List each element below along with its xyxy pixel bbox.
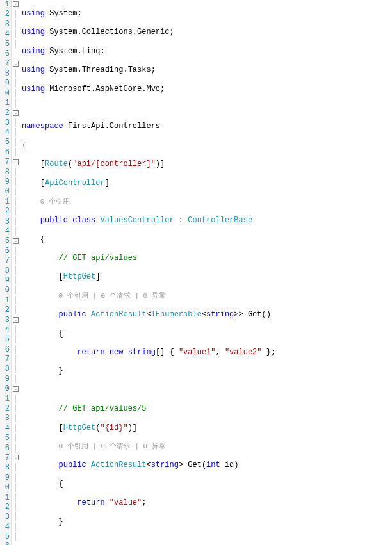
codelens-line[interactable]: 0 个引用 | 0 个请求 | 0 异常 [22,291,392,301]
fold-toggle-icon[interactable]: - [13,1,19,7]
code-line[interactable]: { [22,235,392,245]
line-number-gutter: 1 2 3 4 5 6 7 8 9 0 1 2 3 4 5 6 7 8 9 0 … [0,0,12,545]
codelens-line[interactable]: 0 个引用 | 0 个请求 | 0 异常 [22,442,392,451]
code-line[interactable]: using System.Threading.Tasks; [22,65,392,75]
code-line[interactable] [22,103,392,113]
code-line[interactable]: return new string[] { "value1", "value2"… [22,348,392,357]
code-line[interactable]: { [22,141,392,150]
code-line[interactable]: // GET api/values [22,254,392,263]
fold-gutter: - │ │ │ │ - │ │ │ │ - │ │ │ │ - │ │ │ │ … [12,0,20,545]
code-line[interactable]: using System.Collections.Generic; [22,28,392,37]
fold-toggle-icon[interactable]: - [13,159,19,165]
code-line[interactable]: [ApiController] [22,179,392,188]
code-line[interactable]: { [22,329,392,339]
fold-toggle-icon[interactable]: - [13,455,19,460]
code-line[interactable]: using Microsoft.AspNetCore.Mvc; [22,85,392,94]
code-line[interactable]: public ActionResult<string> Get(int id) [22,460,392,470]
code-line[interactable]: // GET api/values/5 [22,404,392,414]
code-line[interactable]: } [22,517,392,527]
code-line[interactable] [22,536,392,545]
codelens-line[interactable]: 0 个引用 [22,197,392,207]
code-line[interactable]: return "value"; [22,498,392,508]
code-line[interactable]: [HttpGet] [22,272,392,282]
fold-toggle-icon[interactable]: - [13,386,19,392]
code-line[interactable]: [Route("api/[controller]")] [22,159,392,169]
code-line[interactable]: using System.Linq; [22,47,392,56]
code-line[interactable]: { [22,480,392,489]
code-line[interactable] [22,386,392,395]
fold-toggle-icon[interactable]: - [13,238,19,244]
fold-toggle-icon[interactable]: - [13,110,19,116]
code-line[interactable]: public ActionResult<IEnumerable<string>>… [22,310,392,320]
code-line[interactable]: using System; [22,9,392,19]
code-editor[interactable]: using System; using System.Collections.G… [20,0,392,545]
code-line[interactable]: namespace FirstApi.Controllers [22,122,392,131]
code-line[interactable]: [HttpGet("{id}")] [22,423,392,433]
code-line[interactable]: } [22,366,392,376]
code-line[interactable]: public class ValuesController : Controll… [22,216,392,225]
fold-toggle-icon[interactable]: - [13,61,19,67]
fold-toggle-icon[interactable]: - [13,317,19,323]
